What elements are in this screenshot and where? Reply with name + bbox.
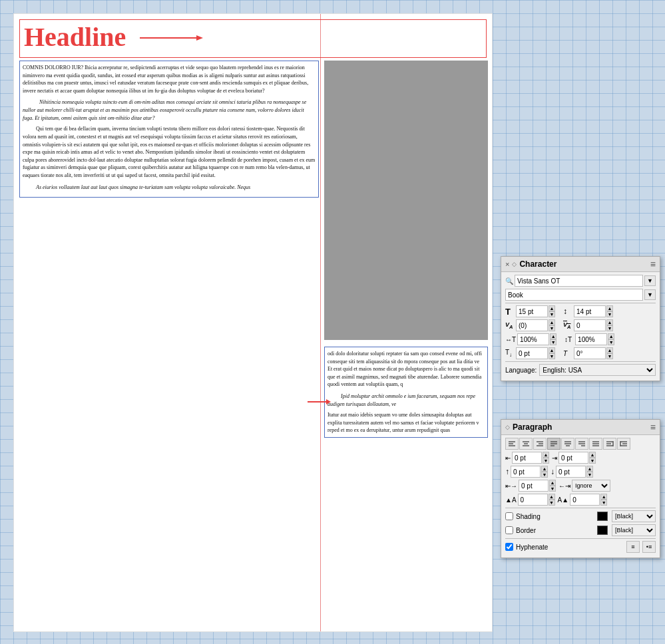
document-area: Headline COMNIS DOLORRO IUR? Ihicia acer… (13, 13, 493, 632)
kerning-down[interactable]: ▼ (549, 325, 555, 331)
close-icon[interactable]: × (505, 260, 509, 268)
body-paragraph-2: Qui tem que di bea dellacim quam, invern… (23, 125, 316, 179)
right-body-1: odi dolo doloritatur solupti reptater ti… (328, 350, 485, 389)
paragraph-panel-header: ◇ Paragraph ≡ (501, 420, 660, 435)
leading-up[interactable]: ▲ (606, 305, 613, 311)
space-before-icon: ↑ (505, 467, 509, 476)
language-select[interactable]: English: USA (539, 364, 656, 376)
right-column: odi dolo doloritatur solupti reptater ti… (324, 347, 488, 438)
body-paragraph-1: COMNIS DOLORRO IUR? Ihicia acerepratur r… (23, 64, 316, 94)
drop-cap-lines-input[interactable] (518, 494, 548, 506)
justify-all-btn[interactable] (589, 438, 602, 450)
align-left-btn[interactable] (505, 438, 519, 450)
font-style-row: ▼ (505, 289, 656, 301)
kerning-stepper: ▲ ▼ (516, 319, 555, 331)
align-toward-spine-btn[interactable] (603, 438, 616, 450)
kerning-input[interactable] (516, 319, 548, 331)
font-size-down[interactable]: ▼ (549, 311, 555, 317)
left-indent-down[interactable]: ▼ (543, 458, 549, 464)
drop-cap-chars-icon: A▲ (558, 496, 569, 504)
font-name-input[interactable] (515, 275, 643, 287)
language-label: Language: (505, 367, 537, 374)
justify-center-btn[interactable] (561, 438, 574, 450)
font-search-row: 🔍 ▼ (505, 275, 656, 287)
space-before-input[interactable] (511, 466, 541, 478)
align-center-btn[interactable] (519, 438, 533, 450)
hyphenate-checkbox[interactable] (505, 543, 513, 551)
font-size-input[interactable] (516, 305, 548, 317)
space-after-down[interactable]: ▼ (586, 472, 593, 478)
drop-cap-chars-down[interactable]: ▼ (600, 500, 607, 506)
first-line-up[interactable]: ▲ (549, 480, 556, 486)
h-scale-down[interactable]: ▼ (550, 339, 556, 345)
shading-color-select[interactable]: [Black] (612, 510, 656, 522)
tracking-input[interactable] (574, 319, 606, 331)
first-line-down[interactable]: ▼ (549, 486, 556, 492)
drop-cap-chars-input[interactable] (570, 494, 600, 506)
character-panel-title: Character (519, 259, 556, 269)
first-line-input[interactable] (519, 480, 549, 492)
border-checkbox[interactable] (505, 526, 513, 534)
space-after-up[interactable]: ▲ (586, 466, 593, 472)
drop-cap-lines-up[interactable]: ▲ (549, 494, 555, 500)
character-panel: × ◇ Character ≡ 🔍 ▼ ▼ T ▲ ▼ (501, 256, 660, 381)
panel-title-area: × ◇ Character (505, 259, 556, 269)
h-scale-input[interactable] (517, 333, 549, 345)
panel-menu-icon[interactable]: ≡ (650, 259, 656, 269)
column-guide-vertical (320, 14, 321, 631)
right-indent-down[interactable]: ▼ (589, 458, 596, 464)
align-right-btn[interactable] (533, 438, 547, 450)
v-scale-down[interactable]: ▼ (608, 339, 614, 345)
border-row: Border [Black] (505, 524, 656, 536)
right-indent-up[interactable]: ▲ (589, 452, 596, 458)
justify-left-btn[interactable] (547, 438, 560, 450)
baseline-up[interactable]: ▲ (549, 347, 555, 353)
tracking-down[interactable]: ▼ (606, 325, 613, 331)
hyphenate-row: Hyphenate ≡ •≡ (505, 541, 656, 553)
leading-input[interactable] (574, 305, 606, 317)
bullet-list-btn[interactable]: •≡ (642, 541, 656, 553)
body-paragraph-italic-1: Nihitincia nonsequia volupta ssincto eum… (23, 98, 316, 122)
kerning-icon: VA (505, 321, 515, 330)
left-indent-up[interactable]: ▲ (543, 452, 549, 458)
right-indent-input[interactable] (558, 452, 588, 464)
drop-cap-chars-group2: A▲ ▲ ▼ (558, 494, 608, 506)
skew-down[interactable]: ▼ (606, 353, 613, 359)
space-after-input[interactable] (556, 466, 586, 478)
left-indent-input[interactable] (512, 452, 542, 464)
drop-cap-lines-down[interactable]: ▼ (549, 500, 555, 506)
align-away-spine-btn[interactable] (617, 438, 630, 450)
skew-input[interactable] (574, 347, 606, 359)
font-dropdown-arrow[interactable]: ▼ (644, 275, 656, 286)
h-scale-up[interactable]: ▲ (550, 333, 556, 339)
v-scale-up[interactable]: ▲ (608, 333, 614, 339)
leading-down[interactable]: ▼ (606, 311, 613, 317)
border-color-select[interactable]: [Black] (612, 524, 656, 536)
space-before-up[interactable]: ▲ (541, 466, 548, 472)
tracking-up[interactable]: ▲ (606, 319, 613, 325)
right-indent-group: ⇥ ▲ ▼ (552, 452, 596, 464)
shading-checkbox[interactable] (505, 512, 513, 520)
space-before-down[interactable]: ▼ (541, 472, 548, 478)
space-before-after-row: ↑ ▲ ▼ ↓ ▲ ▼ (505, 466, 656, 478)
paragraph-panel-menu-icon[interactable]: ≡ (650, 422, 656, 432)
font-size-icon: T (505, 307, 515, 317)
font-size-up[interactable]: ▲ (549, 305, 555, 311)
style-dropdown-arrow[interactable]: ▼ (644, 289, 656, 300)
last-line-group: ←⇥ Ignore (558, 480, 610, 492)
kerning-up[interactable]: ▲ (549, 319, 555, 325)
justify-right-btn[interactable] (575, 438, 588, 450)
baseline-down[interactable]: ▼ (549, 353, 555, 359)
drop-cap-chars-up[interactable]: ▲ (600, 494, 607, 500)
baseline-icon: T↓ (505, 349, 515, 358)
v-scale-input[interactable] (575, 333, 607, 345)
last-line-select[interactable]: Ignore (572, 480, 610, 492)
headline-text: Headline (24, 23, 482, 52)
numbering-list-btn[interactable]: ≡ (626, 541, 640, 553)
baseline-input[interactable] (516, 347, 548, 359)
border-color-swatch (597, 526, 608, 535)
skew-up[interactable]: ▲ (606, 347, 613, 353)
right-body-italic: Ipid moluptur archit ommolo e ium facear… (328, 393, 485, 408)
font-style-input[interactable] (505, 289, 643, 301)
para-panel-title-area: ◇ Paragraph (505, 422, 552, 432)
